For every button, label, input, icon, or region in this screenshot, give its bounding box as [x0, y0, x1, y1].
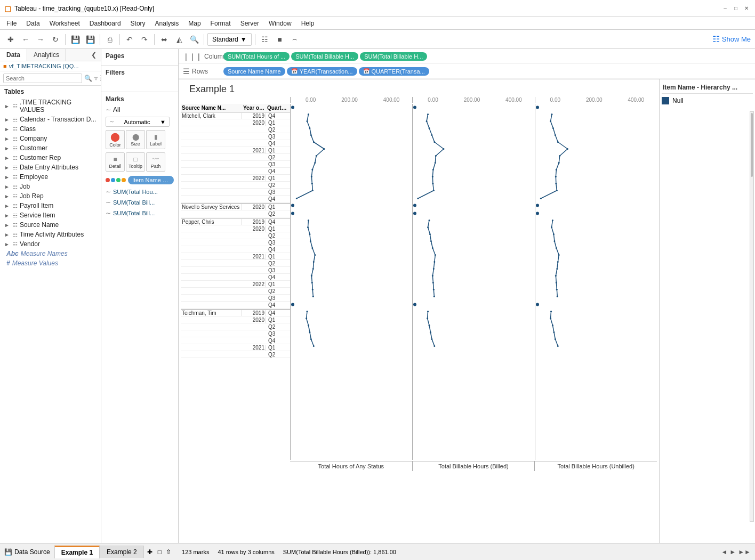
svg-point-100 — [432, 247, 433, 249]
table-item-time-activity[interactable]: ► ☷ Time Activity Attributes — [0, 230, 101, 239]
menu-dashboard[interactable]: Dashboard — [85, 19, 125, 28]
table-item-measure-values[interactable]: # Measure Values — [0, 258, 101, 268]
tables-header: Tables — [0, 86, 101, 98]
table-item-vendor[interactable]: ► ☷ Vendor — [0, 239, 101, 249]
close-btn[interactable]: ✕ — [742, 4, 751, 13]
toolbar-redo[interactable]: ↷ — [138, 33, 151, 46]
toolbar-select[interactable]: ⬌ — [158, 33, 171, 46]
menu-map[interactable]: Map — [184, 19, 205, 28]
add-sheet-btn[interactable]: ✚ — [144, 546, 156, 558]
table-item-measure-names[interactable]: Abc Measure Names — [0, 249, 101, 258]
nav-end[interactable]: ►► — [738, 548, 751, 556]
svg-line-111 — [434, 290, 435, 297]
svg-line-60 — [311, 339, 314, 346]
minimize-btn[interactable]: – — [721, 4, 729, 13]
tab-analytics[interactable]: Analytics — [27, 49, 66, 61]
table-item-calendar[interactable]: ► ☷ Calendar - Transaction D... — [0, 115, 101, 124]
column-pill-2[interactable]: SUM(Total Billable H... — [360, 52, 427, 61]
menu-file[interactable]: File — [2, 19, 21, 28]
table-item-source[interactable]: ► ☷ Source Name — [0, 220, 101, 230]
table-item-date-entry[interactable]: ► ☷ Date Entry Attributes — [0, 163, 101, 172]
panel-collapse[interactable]: ❮ — [87, 49, 101, 61]
search-input[interactable] — [3, 74, 82, 83]
table-item-company[interactable]: ► ☷ Company — [0, 134, 101, 143]
toolbar-print[interactable]: ⎙ — [103, 33, 116, 46]
menu-format[interactable]: Format — [206, 19, 235, 28]
title-bar: ▢ Tableau - time_tracking_(qqube10.x) [R… — [0, 0, 755, 17]
data-source-tab[interactable]: 💾 Data Source — [0, 546, 54, 558]
marks-all-row: ∼ All — [106, 106, 174, 113]
datasource-name[interactable]: vf_TIMETRACKING (QQ... — [9, 63, 79, 69]
toolbar-save[interactable]: 💾 — [69, 33, 82, 46]
svg-point-157 — [551, 226, 552, 228]
menu-data[interactable]: Data — [22, 19, 44, 28]
svg-line-1 — [307, 115, 308, 121]
duplicate-sheet-btn[interactable]: □ — [156, 546, 164, 558]
svg-point-65 — [427, 113, 429, 115]
toolbar-forward[interactable]: → — [34, 33, 47, 46]
expand-icon: ► — [4, 165, 10, 171]
table-item-customer[interactable]: ► ☷ Customer — [0, 143, 101, 153]
row-pill-1[interactable]: 📅 YEAR(Transaction... — [287, 67, 357, 76]
column-pill-1[interactable]: SUM(Total Billable H... — [291, 52, 358, 61]
table-label: Employee — [20, 173, 48, 181]
maximize-btn[interactable]: □ — [732, 4, 740, 13]
show-me-button[interactable]: ☷ Show Me — [712, 34, 751, 44]
header-quarter: Quarter of... — [266, 104, 290, 111]
item-name-pill[interactable]: Item Name - Hi... — [128, 176, 174, 184]
menu-window[interactable]: Window — [264, 19, 296, 28]
table-item-timetracking[interactable]: ► ☷ .TIME TRACKING VALUES — [0, 98, 101, 115]
detail-btn[interactable]: ■ Detail — [106, 152, 125, 172]
toolbar-fit[interactable]: ■ — [274, 33, 286, 46]
toolbar-zoom[interactable]: 🔍 — [188, 33, 200, 46]
nav-prev[interactable]: ◄ — [721, 548, 727, 556]
table-item-payroll[interactable]: ► ☷ Payroll Item — [0, 201, 101, 210]
row-pill-0[interactable]: Source Name Name — [223, 67, 285, 76]
marks-all-label: All — [113, 106, 120, 113]
example2-tab[interactable]: Example 2 — [100, 546, 144, 558]
toolbar-share[interactable]: ⌢ — [288, 33, 301, 46]
status-info: 123 marks 41 rows by 3 columns SUM(Total… — [182, 549, 396, 555]
example1-tab[interactable]: Example 1 — [54, 546, 100, 558]
tab-data[interactable]: Data — [0, 49, 27, 61]
svg-line-174 — [557, 290, 557, 297]
column-pill-0[interactable]: SUM(Total Hours of ... — [223, 52, 290, 61]
table-item-employee[interactable]: ► ☷ Employee — [0, 172, 101, 182]
nav-next[interactable]: ► — [729, 548, 736, 556]
table-item-job-rep[interactable]: ► ☷ Job Rep — [0, 191, 101, 201]
path-btn[interactable]: 〰 Path — [146, 152, 165, 172]
menu-story[interactable]: Story — [126, 19, 150, 28]
menu-analysis[interactable]: Analysis — [151, 19, 183, 28]
svg-point-81 — [432, 169, 434, 171]
table-item-service[interactable]: ► ☷ Service Item — [0, 210, 101, 220]
color-btn[interactable]: ⬤ Color — [106, 130, 125, 149]
toolbar-pan[interactable]: ◭ — [173, 33, 186, 46]
svg-point-185 — [553, 331, 555, 333]
menu-bar: File Data Worksheet Dashboard Story Anal… — [0, 17, 755, 30]
toolbar-grid[interactable]: ☷ — [259, 33, 271, 46]
label-btn[interactable]: ▮ Label — [146, 130, 165, 149]
marks-type-dropdown[interactable]: ∼ Automatic ▼ — [106, 117, 170, 127]
filter-icon[interactable]: ▿ — [94, 75, 98, 82]
table-item-class[interactable]: ► ☷ Class — [0, 124, 101, 134]
svg-point-29 — [308, 220, 309, 221]
export-sheet-btn[interactable]: ⇧ — [164, 546, 173, 558]
tooltip-btn[interactable]: □ Tooltip — [126, 152, 145, 172]
toolbar-back[interactable]: ← — [19, 33, 32, 46]
menu-worksheet[interactable]: Worksheet — [45, 19, 84, 28]
color-label: Color — [109, 142, 121, 148]
svg-point-25 — [296, 198, 298, 199]
svg-point-118 — [427, 318, 428, 319]
view-dropdown[interactable]: Standard ▼ — [207, 33, 252, 46]
toolbar-reload[interactable]: ↻ — [49, 33, 62, 46]
table-item-customer-rep[interactable]: ► ☷ Customer Rep — [0, 153, 101, 163]
row-pill-2[interactable]: 📅 QUARTER(Transa... — [359, 67, 429, 76]
table-item-job[interactable]: ► ☷ Job — [0, 182, 101, 191]
menu-server[interactable]: Server — [236, 19, 263, 28]
size-btn[interactable]: ⬤ Size — [126, 130, 145, 149]
menu-help[interactable]: Help — [297, 19, 319, 28]
toolbar-save-as[interactable]: 💾 — [84, 33, 97, 46]
toolbar-new[interactable]: ✚ — [4, 33, 17, 46]
row-pill-1-text: YEAR(Transaction... — [300, 68, 353, 75]
toolbar-undo[interactable]: ↶ — [123, 33, 136, 46]
